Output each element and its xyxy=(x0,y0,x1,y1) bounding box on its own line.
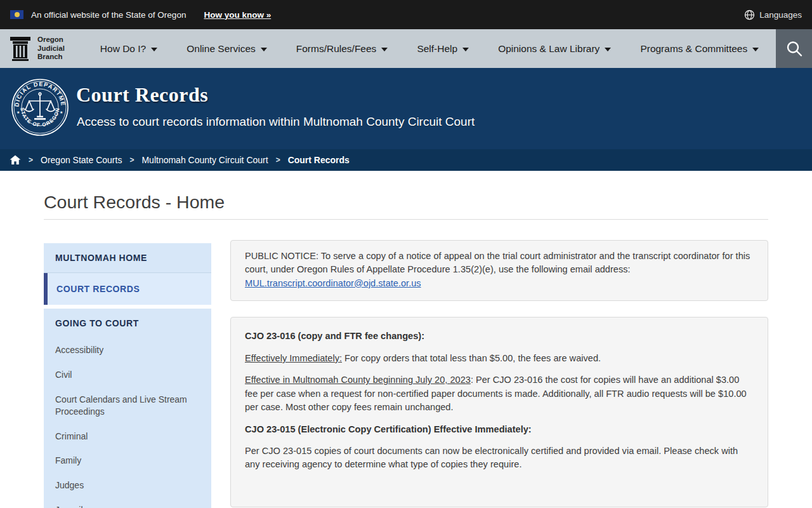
sidebar-item-multnomah-home[interactable]: MULTNOMAH HOME xyxy=(44,243,211,272)
sidebar-item-accessibility[interactable]: Accessibility xyxy=(44,338,211,363)
breadcrumb-multnomah-circuit-court[interactable]: Multnomah County Circuit Court xyxy=(141,155,268,165)
home-icon[interactable] xyxy=(10,155,21,165)
breadcrumb-separator: > xyxy=(129,156,134,164)
hero-banner: JUDICIAL DEPARTMENT STATE OF OREGON ★ ★ xyxy=(0,68,812,149)
oregon-flag-icon xyxy=(10,10,23,19)
chevron-down-icon xyxy=(605,48,611,51)
breadcrumb-current: Court Records xyxy=(288,155,350,165)
search-button[interactable] xyxy=(776,29,812,68)
sidebar-group-going-to-court: GOING TO COURT Accessibility Civil Court… xyxy=(44,309,211,508)
sidebar-item-criminal[interactable]: Criminal xyxy=(44,424,211,449)
nav-self-help[interactable]: Self-Help xyxy=(417,43,469,55)
breadcrumb: > Oregon State Courts > Multnomah County… xyxy=(0,149,812,171)
cjo-notice-box: CJO 23-016 (copy and FTR fee changes): E… xyxy=(230,317,768,507)
column-icon xyxy=(9,36,32,62)
official-website-text: An official website of the State of Oreg… xyxy=(31,10,186,20)
sidebar-item-judges[interactable]: Judges xyxy=(44,473,211,498)
page: An official website of the State of Oreg… xyxy=(0,0,812,508)
nav-how-do-i[interactable]: How Do I? xyxy=(100,43,157,55)
svg-text:★: ★ xyxy=(16,110,20,114)
sidebar: MULTNOMAH HOME COURT RECORDS GOING TO CO… xyxy=(44,243,211,508)
sidebar-item-court-calendars[interactable]: Court Calendars and Live Stream Proceedi… xyxy=(44,387,211,424)
how-you-know-link[interactable]: How you know » xyxy=(204,10,271,20)
cjo-23-016-heading: CJO 23-016 (copy and FTR fee changes): xyxy=(245,330,754,343)
page-title: Court Records - Home xyxy=(44,192,225,213)
public-notice-box: PUBLIC NOTICE: To serve a copy of a noti… xyxy=(230,240,768,301)
languages-label: Languages xyxy=(759,10,802,20)
transcript-coordinator-email-link[interactable]: MUL.transcript.coordinator@ojd.state.or.… xyxy=(245,278,421,288)
chevron-down-icon xyxy=(462,48,469,51)
judicial-department-seal-icon: JUDICIAL DEPARTMENT STATE OF OREGON ★ ★ xyxy=(11,78,69,137)
chevron-down-icon xyxy=(151,48,157,51)
sidebar-item-civil[interactable]: Civil xyxy=(44,363,211,387)
main-content: Court Records - Home MULTNOMAH HOME COUR… xyxy=(0,171,812,508)
nav-opinions-law-library[interactable]: Opinions & Law Library xyxy=(498,43,611,55)
breadcrumb-oregon-state-courts[interactable]: Oregon State Courts xyxy=(41,155,122,165)
sidebar-item-juvenile[interactable]: Juvenile xyxy=(44,498,211,508)
nav-programs-committees[interactable]: Programs & Committees xyxy=(640,43,759,55)
sidebar-item-going-to-court[interactable]: GOING TO COURT xyxy=(44,309,211,338)
cjo-23-015-paragraph: Per CJO 23-015 copies of court documents… xyxy=(245,444,754,472)
sidebar-item-family[interactable]: Family xyxy=(44,448,211,473)
logo-wordmark: Oregon Judicial Branch xyxy=(37,36,65,62)
cjo-effective-july-paragraph: Effective in Multnomah County beginning … xyxy=(245,373,754,414)
globe-icon xyxy=(744,10,755,20)
public-notice-text: PUBLIC NOTICE: To serve a copy of a noti… xyxy=(245,251,750,274)
main-navbar: Oregon Judicial Branch How Do I? Online … xyxy=(0,29,812,68)
content-column: PUBLIC NOTICE: To serve a copy of a noti… xyxy=(230,240,768,508)
chevron-down-icon xyxy=(261,48,267,51)
cjo-effectively-immediately-paragraph: Effectively Immediately: For copy orders… xyxy=(245,352,754,365)
chevron-down-icon xyxy=(381,48,388,51)
heading-divider xyxy=(44,219,768,220)
official-state-bar: An official website of the State of Oreg… xyxy=(0,0,812,29)
page-banner-subtitle: Access to court records information with… xyxy=(77,115,475,129)
nav-online-services[interactable]: Online Services xyxy=(187,43,267,55)
svg-text:★: ★ xyxy=(60,110,63,114)
search-icon xyxy=(785,39,804,58)
breadcrumb-separator: > xyxy=(276,156,280,164)
cjo-23-015-heading: CJO 23-015 (Electronic Copy Certificatio… xyxy=(245,423,754,436)
page-banner-title: Court Records xyxy=(76,83,208,107)
nav-forms-rules-fees[interactable]: Forms/Rules/Fees xyxy=(296,43,388,55)
chevron-down-icon xyxy=(752,48,759,51)
sidebar-group-top: MULTNOMAH HOME COURT RECORDS xyxy=(44,243,211,305)
ojb-logo[interactable]: Oregon Judicial Branch xyxy=(9,36,65,62)
breadcrumb-separator: > xyxy=(29,156,33,164)
nav-menu: How Do I? Online Services Forms/Rules/Fe… xyxy=(100,43,759,55)
sidebar-item-court-records[interactable]: COURT RECORDS xyxy=(44,273,211,305)
languages-button[interactable]: Languages xyxy=(744,10,802,20)
